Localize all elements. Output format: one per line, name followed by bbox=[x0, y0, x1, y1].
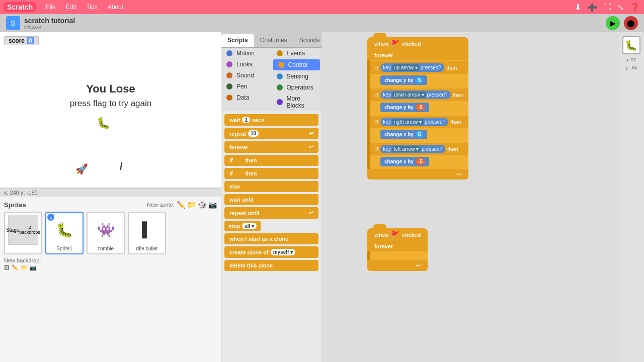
menu-about[interactable]: About bbox=[104, 3, 127, 12]
backdrop-camera-icon[interactable]: 📷 bbox=[30, 264, 37, 271]
sprite-item-rifle-bullet[interactable]: ▌ rifle bullet bbox=[128, 212, 166, 254]
resize-icon[interactable]: ⤡ bbox=[617, 3, 624, 12]
block-when-clone[interactable]: when I start as a clone bbox=[224, 233, 318, 244]
sprite-item-stage[interactable]: Stage2 backdrops bbox=[4, 212, 42, 254]
block-if-then[interactable]: if then bbox=[224, 155, 318, 166]
help-icon[interactable]: ❓ bbox=[630, 3, 640, 12]
block-wait[interactable]: wait 1 secs bbox=[224, 114, 318, 126]
events-dot bbox=[277, 50, 283, 56]
sprite-item-zombie[interactable]: 👾 zombie bbox=[87, 212, 125, 254]
control-dot bbox=[278, 62, 284, 68]
tab-sounds[interactable]: Sounds bbox=[293, 34, 326, 47]
cat-motion[interactable]: Motion bbox=[221, 48, 272, 59]
if-right-arrow-block[interactable]: if key right arrow ▾ pressed? then bbox=[370, 116, 468, 128]
if-up-arrow-block[interactable]: if key up arrow ▾ pressed? then bbox=[370, 61, 468, 74]
more-blocks-label: More Blocks bbox=[287, 95, 317, 109]
sensing-dot bbox=[277, 73, 283, 79]
block-else[interactable]: else bbox=[224, 181, 318, 192]
change-y-up-block[interactable]: change y by 5 bbox=[380, 75, 427, 85]
block-delete-clone[interactable]: delete this clone bbox=[224, 260, 318, 271]
upload-sprite-btn[interactable]: 📁 bbox=[187, 201, 196, 209]
main-layout: score 0 You Lose press flag to try again… bbox=[0, 32, 644, 362]
pen-label: Pen bbox=[236, 83, 247, 90]
cat-events[interactable]: Events bbox=[272, 48, 322, 59]
menubar: Scratch File Edit Tips About ⬇ ➕ ⛶ ⤡ ❓ bbox=[0, 0, 644, 14]
change-x-left-block[interactable]: change x by -5 bbox=[380, 157, 429, 166]
camera-sprite-btn[interactable]: 📷 bbox=[208, 201, 217, 209]
block-create-clone[interactable]: create clone of myself ▾ bbox=[224, 246, 318, 258]
backdrop-folder-icon[interactable]: 📁 bbox=[21, 264, 28, 271]
forever-end-2: ↩ bbox=[367, 260, 428, 271]
menu-file[interactable]: File bbox=[42, 3, 59, 12]
paint-sprite-btn[interactable]: ✏️ bbox=[177, 201, 185, 209]
add-icon[interactable]: ➕ bbox=[587, 3, 597, 12]
right-arrow-dropdown[interactable]: right arrow ▾ bbox=[392, 119, 424, 125]
cat-operators[interactable]: Operators bbox=[272, 82, 322, 93]
script-canvas[interactable]: when 🚩 clicked forever if key up arrow ▾… bbox=[322, 32, 618, 362]
block-wait-until[interactable]: wait until bbox=[224, 194, 318, 205]
download-icon[interactable]: ⬇ bbox=[575, 3, 581, 12]
if-down-arrow-group: if key down arrow ▾ pressed? then change… bbox=[367, 87, 468, 115]
fullscreen-icon[interactable]: ⛶ bbox=[603, 3, 611, 12]
forever-block-2[interactable]: forever bbox=[367, 241, 428, 251]
sprite1-thumb: 🐛 bbox=[49, 215, 79, 245]
score-label: score bbox=[9, 37, 25, 44]
categories: Motion Looks Sound Pen bbox=[221, 48, 321, 111]
cat-more-blocks[interactable]: More Blocks bbox=[272, 93, 322, 111]
looks-dot bbox=[226, 61, 232, 67]
cat-sensing[interactable]: Sensing bbox=[272, 71, 322, 82]
cat-pen[interactable]: Pen bbox=[221, 81, 272, 92]
tab-scripts[interactable]: Scripts bbox=[221, 34, 254, 47]
stop-button[interactable]: ⬤ bbox=[624, 16, 638, 30]
cat-data[interactable]: Data bbox=[221, 92, 272, 103]
if-down-arrow-block[interactable]: if key down arrow ▾ pressed? then bbox=[370, 88, 468, 101]
hat-block-2[interactable]: when 🚩 clicked bbox=[367, 228, 428, 241]
cat-control[interactable]: Control bbox=[273, 59, 320, 70]
block-if-then-else[interactable]: if then bbox=[224, 168, 318, 179]
backdrop-paint-icon[interactable]: 🖼 bbox=[4, 264, 10, 271]
block-repeat[interactable]: repeat 10 ↩ bbox=[224, 128, 318, 139]
green-flag-button[interactable]: ▶ bbox=[606, 16, 620, 30]
new-backdrop-label: New backdrop: 🖼 ✏️ 📁 📷 bbox=[4, 257, 217, 271]
hat-block-1[interactable]: when 🚩 clicked bbox=[367, 37, 468, 50]
repeat-until-arrow: ↩ bbox=[309, 210, 313, 216]
backdrop-edit-icon[interactable]: ✏️ bbox=[12, 264, 19, 271]
x-right-val: 5 bbox=[416, 131, 424, 138]
project-icon: S bbox=[6, 16, 20, 30]
operators-dot bbox=[277, 84, 283, 90]
tab-costumes[interactable]: Costumes bbox=[254, 34, 293, 47]
block-stop-all[interactable]: stop all ▾ bbox=[224, 221, 261, 231]
sound-label: Sound bbox=[236, 72, 254, 79]
if-left-arrow-block[interactable]: if key left arrow ▾ pressed? then bbox=[370, 143, 468, 155]
sprites-grid: Stage2 backdrops 1 🐛 Sprite1 👾 zombie ▌ … bbox=[4, 212, 217, 254]
operators-label: Operators bbox=[287, 84, 313, 91]
if-up-arrow-group: if key up arrow ▾ pressed? then change y… bbox=[367, 60, 468, 87]
info-panel: 🐛 x: 92 y: -64 bbox=[618, 32, 644, 362]
y-down-val: -5 bbox=[416, 104, 425, 111]
menu-edit[interactable]: Edit bbox=[62, 3, 80, 12]
change-x-right-block[interactable]: change x by 5 bbox=[380, 130, 427, 139]
stop-value: all ▾ bbox=[242, 223, 257, 229]
cat-sound[interactable]: Sound bbox=[221, 70, 272, 81]
menu-tips[interactable]: Tips bbox=[82, 3, 101, 12]
forever-block-1[interactable]: forever bbox=[367, 50, 468, 60]
key-left-reporter: key left arrow ▾ pressed? bbox=[380, 145, 446, 153]
block-forever[interactable]: forever ↩ bbox=[224, 141, 318, 153]
cat-looks[interactable]: Looks bbox=[221, 59, 272, 70]
left-arrow-dropdown[interactable]: left arrow ▾ bbox=[392, 146, 421, 152]
pen-dot bbox=[226, 83, 232, 89]
x-left-val: -5 bbox=[416, 158, 425, 165]
surprise-sprite-btn[interactable]: 🎲 bbox=[198, 201, 206, 209]
project-title[interactable]: scratch tutorial bbox=[24, 17, 75, 25]
change-y-down-block[interactable]: change y by -5 bbox=[380, 103, 429, 112]
motion-label: Motion bbox=[236, 50, 255, 57]
block-repeat-until[interactable]: repeat until ↩ bbox=[224, 207, 318, 219]
sprite1-name: Sprite1 bbox=[48, 246, 80, 251]
stage-thumb: Stage2 backdrops bbox=[8, 215, 38, 245]
data-label: Data bbox=[236, 94, 249, 101]
stage-canvas[interactable]: score 0 You Lose press flag to try again… bbox=[0, 32, 221, 188]
down-arrow-dropdown[interactable]: down arrow ▾ bbox=[392, 92, 426, 98]
if-right-arrow-group: if key right arrow ▾ pressed? then chang… bbox=[367, 115, 468, 142]
sprite-item-sprite1[interactable]: 1 🐛 Sprite1 bbox=[45, 212, 84, 254]
up-arrow-dropdown[interactable]: up arrow ▾ bbox=[392, 64, 420, 71]
